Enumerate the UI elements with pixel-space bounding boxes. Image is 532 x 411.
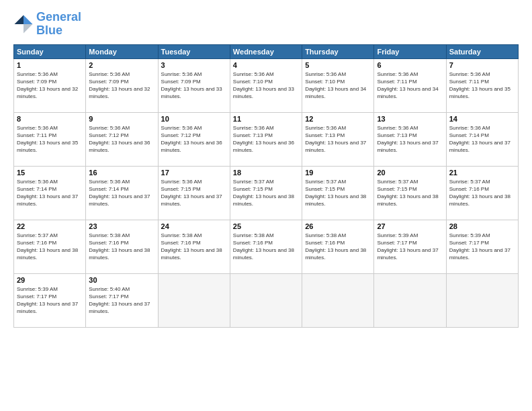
day-number: 30 [89,276,154,284]
weekday-wednesday: Wednesday [230,44,302,58]
calendar-cell: 1Sunrise: 5:36 AMSunset: 7:09 PMDaylight… [14,58,86,112]
day-number: 29 [17,276,83,284]
day-info: Sunrise: 5:37 AMSunset: 7:15 PMDaylight:… [305,178,371,208]
calendar-cell: 19Sunrise: 5:37 AMSunset: 7:15 PMDayligh… [302,166,374,220]
calendar-cell: 8Sunrise: 5:36 AMSunset: 7:11 PMDaylight… [14,112,86,166]
day-number: 9 [89,115,154,123]
day-info: Sunrise: 5:36 AMSunset: 7:13 PMDaylight:… [377,124,443,154]
calendar: SundayMondayTuesdayWednesdayThursdayFrid… [13,44,519,328]
calendar-cell: 16Sunrise: 5:36 AMSunset: 7:14 PMDayligh… [86,166,158,220]
day-info: Sunrise: 5:39 AMSunset: 7:17 PMDaylight:… [17,285,83,316]
day-number: 20 [377,169,443,177]
calendar-cell: 21Sunrise: 5:37 AMSunset: 7:16 PMDayligh… [446,166,518,220]
logo-icon [13,14,34,34]
calendar-cell: 22Sunrise: 5:37 AMSunset: 7:16 PMDayligh… [14,220,86,273]
day-info: Sunrise: 5:36 AMSunset: 7:12 PMDaylight:… [89,124,154,154]
svg-marker-2 [15,15,24,24]
day-info: Sunrise: 5:36 AMSunset: 7:14 PMDaylight:… [17,178,83,208]
calendar-cell: 14Sunrise: 5:36 AMSunset: 7:14 PMDayligh… [446,112,518,166]
calendar-week-5: 29Sunrise: 5:39 AMSunset: 7:17 PMDayligh… [14,273,519,327]
calendar-cell: 25Sunrise: 5:38 AMSunset: 7:16 PMDayligh… [230,220,302,273]
day-number: 16 [89,169,154,177]
day-number: 22 [17,222,83,230]
day-number: 14 [449,115,515,123]
weekday-friday: Friday [374,44,446,58]
day-info: Sunrise: 5:38 AMSunset: 7:16 PMDaylight:… [161,232,227,262]
day-number: 17 [161,169,227,177]
day-number: 2 [89,61,154,69]
day-info: Sunrise: 5:36 AMSunset: 7:10 PMDaylight:… [305,71,371,101]
day-number: 7 [449,61,515,69]
day-info: Sunrise: 5:36 AMSunset: 7:09 PMDaylight:… [161,71,227,101]
day-info: Sunrise: 5:36 AMSunset: 7:13 PMDaylight:… [305,124,371,154]
calendar-week-2: 8Sunrise: 5:36 AMSunset: 7:11 PMDaylight… [14,112,519,166]
day-info: Sunrise: 5:37 AMSunset: 7:15 PMDaylight:… [233,178,299,208]
day-number: 19 [305,169,371,177]
calendar-cell: 3Sunrise: 5:36 AMSunset: 7:09 PMDaylight… [158,58,230,112]
calendar-cell: 26Sunrise: 5:38 AMSunset: 7:16 PMDayligh… [302,220,374,273]
calendar-cell: 7Sunrise: 5:36 AMSunset: 7:11 PMDaylight… [446,58,518,112]
logo: General Blue [13,11,81,38]
calendar-week-4: 22Sunrise: 5:37 AMSunset: 7:16 PMDayligh… [14,220,519,273]
calendar-cell: 2Sunrise: 5:36 AMSunset: 7:09 PMDaylight… [86,58,158,112]
day-info: Sunrise: 5:36 AMSunset: 7:12 PMDaylight:… [161,124,227,154]
day-number: 4 [233,61,299,69]
page: General Blue SundayMondayTuesdayWednesda… [0,0,532,411]
day-number: 11 [233,115,299,123]
day-info: Sunrise: 5:36 AMSunset: 7:15 PMDaylight:… [161,178,227,208]
weekday-saturday: Saturday [446,44,518,58]
calendar-cell: 30Sunrise: 5:40 AMSunset: 7:17 PMDayligh… [86,273,158,327]
day-info: Sunrise: 5:36 AMSunset: 7:11 PMDaylight:… [17,124,83,154]
day-info: Sunrise: 5:38 AMSunset: 7:16 PMDaylight:… [89,232,154,262]
calendar-cell [158,273,230,327]
calendar-cell: 20Sunrise: 5:37 AMSunset: 7:15 PMDayligh… [374,166,446,220]
calendar-cell: 12Sunrise: 5:36 AMSunset: 7:13 PMDayligh… [302,112,374,166]
day-number: 26 [305,222,371,230]
weekday-sunday: Sunday [14,44,86,58]
weekday-header-row: SundayMondayTuesdayWednesdayThursdayFrid… [14,44,519,58]
day-info: Sunrise: 5:37 AMSunset: 7:16 PMDaylight:… [449,178,515,208]
day-info: Sunrise: 5:40 AMSunset: 7:17 PMDaylight:… [89,285,154,316]
calendar-cell [374,273,446,327]
day-info: Sunrise: 5:39 AMSunset: 7:17 PMDaylight:… [449,232,515,262]
day-info: Sunrise: 5:36 AMSunset: 7:09 PMDaylight:… [89,71,154,101]
day-number: 12 [305,115,371,123]
calendar-cell: 15Sunrise: 5:36 AMSunset: 7:14 PMDayligh… [14,166,86,220]
svg-marker-1 [24,24,33,34]
day-number: 1 [17,61,83,69]
calendar-cell: 28Sunrise: 5:39 AMSunset: 7:17 PMDayligh… [446,220,518,273]
day-number: 6 [377,61,443,69]
day-number: 15 [17,169,83,177]
day-info: Sunrise: 5:36 AMSunset: 7:11 PMDaylight:… [377,71,443,101]
logo-text: General Blue [36,11,81,38]
day-number: 5 [305,61,371,69]
calendar-cell: 11Sunrise: 5:36 AMSunset: 7:13 PMDayligh… [230,112,302,166]
day-info: Sunrise: 5:36 AMSunset: 7:14 PMDaylight:… [449,124,515,154]
calendar-cell: 29Sunrise: 5:39 AMSunset: 7:17 PMDayligh… [14,273,86,327]
calendar-cell: 9Sunrise: 5:36 AMSunset: 7:12 PMDaylight… [86,112,158,166]
day-number: 28 [449,222,515,230]
calendar-cell: 5Sunrise: 5:36 AMSunset: 7:10 PMDaylight… [302,58,374,112]
day-number: 8 [17,115,83,123]
calendar-cell: 27Sunrise: 5:39 AMSunset: 7:17 PMDayligh… [374,220,446,273]
day-number: 27 [377,222,443,230]
calendar-cell [446,273,518,327]
day-number: 18 [233,169,299,177]
day-info: Sunrise: 5:38 AMSunset: 7:16 PMDaylight:… [233,232,299,262]
day-number: 10 [161,115,227,123]
calendar-cell: 6Sunrise: 5:36 AMSunset: 7:11 PMDaylight… [374,58,446,112]
day-info: Sunrise: 5:36 AMSunset: 7:11 PMDaylight:… [449,71,515,101]
calendar-cell: 10Sunrise: 5:36 AMSunset: 7:12 PMDayligh… [158,112,230,166]
calendar-week-1: 1Sunrise: 5:36 AMSunset: 7:09 PMDaylight… [14,58,519,112]
day-number: 13 [377,115,443,123]
header: General Blue [13,11,519,38]
calendar-cell: 23Sunrise: 5:38 AMSunset: 7:16 PMDayligh… [86,220,158,273]
day-info: Sunrise: 5:39 AMSunset: 7:17 PMDaylight:… [377,232,443,262]
calendar-cell [302,273,374,327]
day-info: Sunrise: 5:36 AMSunset: 7:13 PMDaylight:… [233,124,299,154]
weekday-thursday: Thursday [302,44,374,58]
day-info: Sunrise: 5:36 AMSunset: 7:14 PMDaylight:… [89,178,154,208]
weekday-monday: Monday [86,44,158,58]
weekday-tuesday: Tuesday [158,44,230,58]
calendar-cell [230,273,302,327]
